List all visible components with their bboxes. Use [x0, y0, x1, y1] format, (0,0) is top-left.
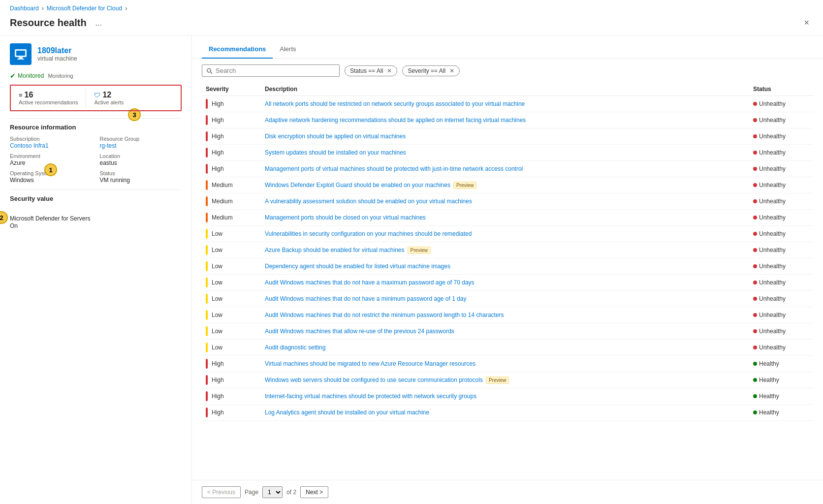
severity-bar [206, 213, 208, 222]
table-row[interactable]: MediumA vulnerability assessment solutio… [202, 193, 813, 210]
ellipsis-button[interactable]: ... [92, 17, 106, 30]
next-button[interactable]: Next > [300, 486, 328, 498]
tab-alerts[interactable]: Alerts [273, 40, 303, 59]
preview-badge: Preview [408, 247, 431, 254]
status-dot [753, 362, 757, 366]
table-row[interactable]: LowAudit Windows machines that do not ha… [202, 291, 813, 307]
description-link[interactable]: Virtual machines should be migrated to n… [265, 360, 475, 367]
severity-bar [206, 408, 208, 417]
description-link[interactable]: Log Analytics agent should be installed … [265, 409, 429, 416]
description-cell: Windows web servers should be configured… [261, 372, 749, 388]
table-row[interactable]: HighVirtual machines should be migrated … [202, 356, 813, 372]
page-select[interactable]: 1 2 [262, 486, 283, 498]
table-row[interactable]: LowAudit diagnostic settingUnhealthy [202, 340, 813, 356]
description-link[interactable]: Adaptive network hardening recommendatio… [265, 117, 526, 124]
table-row[interactable]: LowAudit Windows machines that do not re… [202, 307, 813, 323]
recommendations-table: Severity Description Status HighAll netw… [192, 83, 823, 480]
table-row[interactable]: MediumWindows Defender Exploit Guard sho… [202, 177, 813, 193]
table-row[interactable]: HighAdaptive network hardening recommend… [202, 112, 813, 128]
description-link[interactable]: Audit Windows machines that do not have … [265, 279, 475, 286]
table-row[interactable]: MediumManagement ports should be closed … [202, 210, 813, 226]
severity-bar [206, 391, 208, 401]
description-link[interactable]: Audit diagnostic setting [265, 344, 325, 351]
description-link[interactable]: Internet-facing virtual machines should … [265, 393, 476, 400]
description-link[interactable]: Disk encryption should be applied on vir… [265, 133, 406, 140]
table-row[interactable]: LowDependency agent should be enabled fo… [202, 258, 813, 275]
prev-button[interactable]: < Previous [202, 486, 241, 498]
severity-cell: Low [202, 307, 261, 323]
right-panel: 4 Recommendations Alerts Status == All ✕ [192, 35, 823, 504]
status-cell: Unhealthy [749, 258, 813, 275]
table-row[interactable]: HighWindows web servers should be config… [202, 372, 813, 388]
description-link[interactable]: Azure Backup should be enabled for virtu… [265, 247, 405, 253]
filter-status-chip[interactable]: Status == All ✕ [345, 65, 397, 76]
breadcrumb-defender[interactable]: Microsoft Defender for Cloud [47, 5, 122, 12]
status-dot [753, 199, 757, 203]
severity-bar [206, 99, 208, 109]
description-link[interactable]: Audit Windows machines that allow re-use… [265, 328, 454, 335]
table-row[interactable]: LowAudit Windows machines that do not ha… [202, 275, 813, 291]
resource-group-link[interactable]: rg-test [100, 142, 117, 149]
tab-recommendations[interactable]: Recommendations [202, 40, 273, 59]
table-row[interactable]: HighLog Analytics agent should be instal… [202, 405, 813, 421]
left-panel: 3 1809later virtual machine [0, 35, 192, 504]
metric-recommendations[interactable]: ≡ 16 Active recommendations [17, 89, 86, 107]
description-link[interactable]: A vulnerability assessment solution shou… [265, 198, 472, 205]
description-cell: A vulnerability assessment solution shou… [261, 193, 749, 210]
description-link[interactable]: Audit Windows machines that do not have … [265, 295, 467, 302]
filter-severity-chip[interactable]: Severity == All ✕ [402, 65, 460, 76]
severity-bar [206, 180, 208, 190]
svg-line-5 [211, 72, 212, 73]
severity-cell: High [202, 128, 261, 145]
description-link[interactable]: All network ports should be restricted o… [265, 100, 525, 107]
table-row[interactable]: LowVulnerabilities in security configura… [202, 226, 813, 242]
vm-name[interactable]: 1809later [37, 46, 77, 55]
description-cell: Vulnerabilities in security configuratio… [261, 226, 749, 242]
close-button[interactable]: × [800, 16, 813, 30]
table-row[interactable]: LowAzure Backup should be enabled for vi… [202, 242, 813, 258]
page-title: Resource health [10, 17, 87, 29]
filter-status-close[interactable]: ✕ [387, 67, 392, 74]
description-link[interactable]: Dependency agent should be enabled for l… [265, 263, 450, 270]
search-input[interactable] [216, 67, 335, 74]
table-row[interactable]: HighDisk encryption should be applied on… [202, 128, 813, 145]
search-box[interactable] [202, 64, 340, 77]
filter-severity-close[interactable]: ✕ [449, 67, 454, 74]
status-cell: Unhealthy [749, 177, 813, 193]
description-cell: Disk encryption should be applied on vir… [261, 128, 749, 145]
resource-info-grid: Subscription Contoso Infra1 Resource Gro… [10, 136, 182, 184]
description-link[interactable]: System updates should be installed on yo… [265, 149, 406, 156]
severity-cell: High [202, 112, 261, 128]
description-link[interactable]: Windows web servers should be configured… [265, 377, 483, 383]
col-severity: Severity [202, 83, 261, 96]
table-row[interactable]: HighAll network ports should be restrict… [202, 96, 813, 112]
table-row[interactable]: LowAudit Windows machines that allow re-… [202, 323, 813, 340]
subscription-field: Subscription Contoso Infra1 [10, 136, 92, 149]
of-label: of 2 [286, 489, 296, 496]
description-cell: Audit Windows machines that do not have … [261, 275, 749, 291]
description-cell: Adaptive network hardening recommendatio… [261, 112, 749, 128]
description-link[interactable]: Management ports should be closed on you… [265, 214, 426, 221]
description-link[interactable]: Vulnerabilities in security configuratio… [265, 230, 472, 237]
description-link[interactable]: Audit Windows machines that do not restr… [265, 312, 504, 318]
metric-alerts[interactable]: 🛡 12 Active alerts [86, 89, 131, 107]
severity-bar [206, 229, 208, 239]
status-dot [753, 216, 757, 220]
severity-cell: Medium [202, 193, 261, 210]
resource-group-field: Resource Group rg-test [100, 136, 182, 149]
table-row[interactable]: HighInternet-facing virtual machines sho… [202, 388, 813, 405]
severity-cell: Low [202, 291, 261, 307]
severity-cell: High [202, 356, 261, 372]
description-link[interactable]: Management ports of virtual machines sho… [265, 165, 523, 172]
severity-cell: Low [202, 340, 261, 356]
severity-bar [206, 359, 208, 369]
description-link[interactable]: Windows Defender Exploit Guard should be… [265, 182, 450, 189]
table-row[interactable]: HighSystem updates should be installed o… [202, 145, 813, 161]
svg-rect-1 [16, 51, 25, 56]
status-dot [753, 264, 757, 268]
description-cell: Virtual machines should be migrated to n… [261, 356, 749, 372]
subscription-link[interactable]: Contoso Infra1 [10, 142, 49, 149]
breadcrumb-dashboard[interactable]: Dashboard [10, 5, 39, 12]
severity-cell: High [202, 405, 261, 421]
table-row[interactable]: HighManagement ports of virtual machines… [202, 161, 813, 177]
